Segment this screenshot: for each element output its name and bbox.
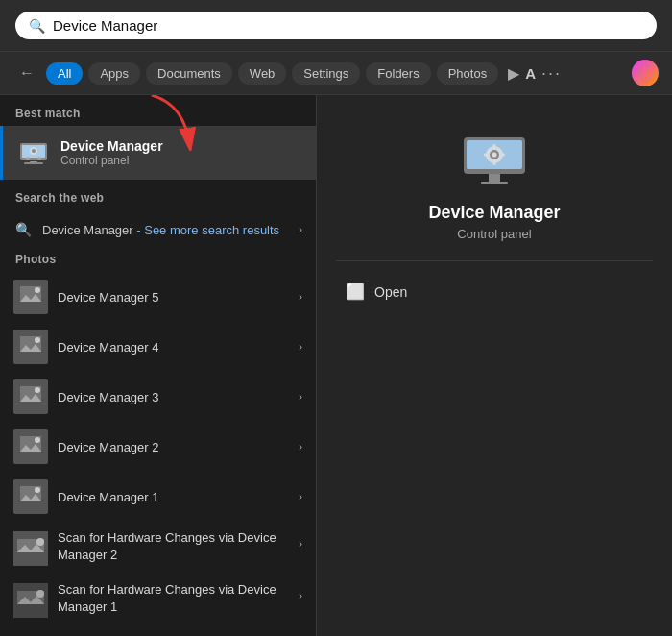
svg-rect-6 <box>24 162 43 164</box>
photo-item-5[interactable]: Device Manager 5 › <box>0 272 316 322</box>
filter-bar: ← All Apps Documents Web Settings Folder… <box>0 52 672 95</box>
photo-chevron-3: › <box>299 390 302 404</box>
detail-icon <box>460 134 529 191</box>
more-button[interactable]: ··· <box>541 63 562 84</box>
avatar <box>632 60 659 86</box>
search-input[interactable] <box>53 17 643 34</box>
photo-thumb-1 <box>13 479 48 514</box>
filter-all[interactable]: All <box>46 62 83 85</box>
photo-thumb-2 <box>13 429 48 464</box>
svg-rect-48 <box>501 154 505 157</box>
svg-rect-46 <box>493 161 496 165</box>
best-match-text: Device Manager Control panel <box>60 138 163 167</box>
scan-item-2[interactable]: Scan for Hardware Changes via Device Man… <box>0 522 316 574</box>
photo-label-2: Device Manager 2 <box>58 440 289 454</box>
svg-point-32 <box>36 538 44 546</box>
play-button[interactable]: ▶ <box>508 64 519 83</box>
scan-thumb-1 <box>13 583 48 618</box>
filter-documents[interactable]: Documents <box>146 62 232 85</box>
photo-chevron-5: › <box>299 290 302 304</box>
svg-rect-47 <box>484 154 488 157</box>
svg-rect-40 <box>489 174 500 182</box>
open-action[interactable]: ⬜ Open <box>336 277 653 306</box>
photo-chevron-2: › <box>299 440 302 453</box>
web-search-text: Device Manager - See more search results <box>42 223 279 237</box>
filter-photos[interactable]: Photos <box>437 62 498 85</box>
photo-chevron-4: › <box>299 340 302 354</box>
photo-label-5: Device Manager 5 <box>58 290 289 305</box>
open-label: Open <box>374 284 407 300</box>
search-web-item[interactable]: 🔍 Device Manager - See more search resul… <box>0 210 316 249</box>
svg-point-24 <box>35 437 40 443</box>
filter-folders[interactable]: Folders <box>366 62 430 85</box>
scan-label-2: Scan for Hardware Changes via Device Man… <box>58 529 289 564</box>
photo-thumb-3 <box>13 379 48 414</box>
scan-item-1[interactable]: Scan for Hardware Changes via Device Man… <box>0 574 316 625</box>
svg-point-12 <box>35 287 40 293</box>
filter-settings[interactable]: Settings <box>292 62 360 85</box>
photo-item-2[interactable]: Device Manager 2 › <box>0 422 316 472</box>
filter-apps[interactable]: Apps <box>88 62 140 85</box>
best-match-item[interactable]: Device Manager Control panel <box>0 126 316 180</box>
see-more-text: - See more search results <box>136 223 279 237</box>
best-match-label: Best match <box>0 95 316 126</box>
search-bar: 🔍 <box>15 12 657 39</box>
photo-thumb-5 <box>13 280 48 314</box>
svg-point-20 <box>35 387 40 393</box>
web-chevron-icon: › <box>299 223 302 236</box>
svg-rect-41 <box>481 182 508 184</box>
svg-point-16 <box>35 337 40 343</box>
photo-label-4: Device Manager 4 <box>58 340 289 355</box>
web-search-icon: 🔍 <box>13 220 33 239</box>
scan-label-1: Scan for Hardware Changes via Device Man… <box>58 581 289 616</box>
photo-item-3[interactable]: Device Manager 3 › <box>0 372 316 422</box>
detail-title: Device Manager <box>428 203 560 223</box>
svg-point-36 <box>36 590 44 598</box>
svg-point-8 <box>32 149 36 153</box>
detail-subtitle: Control panel <box>457 227 531 241</box>
scan-thumb-2 <box>13 531 48 566</box>
photo-item-1[interactable]: Device Manager 1 › <box>0 472 316 522</box>
svg-rect-45 <box>493 144 496 148</box>
photo-item-4[interactable]: Device Manager 4 › <box>0 322 316 372</box>
svg-point-3 <box>26 157 30 160</box>
photo-thumb-4 <box>13 330 48 364</box>
photo-label-3: Device Manager 3 <box>58 390 289 404</box>
filter-web[interactable]: Web <box>238 62 287 85</box>
a-button[interactable]: A <box>525 65 536 82</box>
svg-point-44 <box>492 153 497 158</box>
best-match-subtitle: Control panel <box>60 154 163 167</box>
left-panel: Best match <box>0 95 317 636</box>
svg-point-28 <box>35 487 40 493</box>
best-match-title: Device Manager <box>60 138 163 154</box>
open-icon: ⬜ <box>346 282 365 301</box>
search-bar-container: 🔍 <box>0 0 672 52</box>
detail-divider <box>336 260 653 261</box>
photo-label-1: Device Manager 1 <box>58 490 289 504</box>
svg-point-4 <box>37 157 41 160</box>
right-panel: Device Manager Control panel ⬜ Open <box>317 95 672 636</box>
search-icon: 🔍 <box>29 18 45 34</box>
web-query: Device Manager <box>42 223 133 237</box>
photo-chevron-1: › <box>299 490 302 503</box>
main-content: Best match <box>0 95 672 636</box>
back-button[interactable]: ← <box>13 61 40 86</box>
scan-chevron-2: › <box>299 537 302 550</box>
device-manager-icon <box>16 135 51 170</box>
photos-label: Photos <box>0 249 316 272</box>
scan-chevron-1: › <box>299 589 302 602</box>
search-web-label: Search the web <box>0 180 316 210</box>
